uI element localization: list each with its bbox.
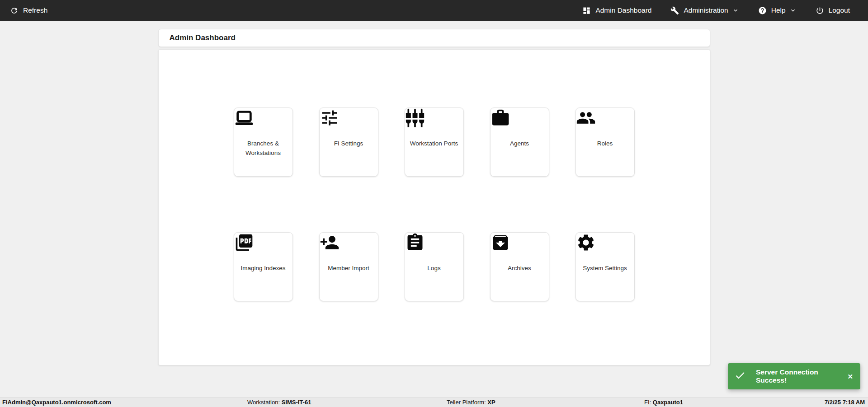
status-teller-platform: Teller Platform: XP — [447, 398, 495, 407]
check-icon — [733, 370, 747, 383]
person-add-icon — [320, 233, 378, 253]
tile-agents[interactable]: Agents — [490, 108, 549, 177]
status-datetime: 7/2/25 7:18 AM — [825, 398, 865, 407]
toast-close-button[interactable]: ✕ — [847, 373, 853, 380]
tile-branches-workstations[interactable]: Branches & Workstations — [234, 108, 293, 177]
tile-workstation-ports[interactable]: Workstation Ports — [405, 108, 464, 177]
people-icon — [576, 108, 634, 128]
tile-member-import[interactable]: Member Import — [319, 232, 378, 301]
top-nav: Admin Dashboard Administration Help — [582, 6, 850, 15]
dashboard-card: Branches & Workstations FI Settings Work… — [158, 49, 710, 365]
nav-item-admin-dashboard[interactable]: Admin Dashboard — [582, 6, 651, 15]
tile-label: Imaging Indexes — [234, 263, 292, 273]
status-fi-label: FI: — [644, 399, 651, 406]
power-icon — [816, 6, 824, 15]
page-title: Admin Dashboard — [170, 33, 236, 42]
tile-imaging-indexes[interactable]: Imaging Indexes — [234, 232, 293, 301]
chevron-down-icon — [789, 7, 797, 14]
toast-success: Server Connection Success! ✕ — [728, 363, 860, 389]
help-icon — [758, 6, 767, 15]
status-teller-platform-label: Teller Platform: — [447, 399, 486, 406]
tile-label: Roles — [576, 139, 634, 148]
tile-fi-settings[interactable]: FI Settings — [319, 108, 378, 177]
status-workstation-value: SIMS-IT-61 — [282, 399, 311, 406]
gear-icon — [576, 233, 634, 253]
tile-label: Agents — [491, 139, 549, 148]
tile-label: Branches & Workstations — [234, 139, 292, 158]
tile-archives[interactable]: Archives — [490, 232, 549, 301]
nav-label: Help — [771, 6, 786, 14]
tune-icon — [320, 108, 378, 128]
tile-label: Archives — [491, 263, 549, 273]
status-fi: FI: Qaxpauto1 — [644, 398, 683, 407]
clipboard-icon — [405, 233, 463, 253]
pdf-icon — [234, 233, 292, 253]
refresh-button[interactable]: Refresh — [10, 6, 47, 15]
tile-label: FI Settings — [320, 139, 378, 148]
top-bar: Refresh Admin Dashboard Administration H… — [0, 0, 868, 21]
tile-label: Member Import — [320, 263, 378, 273]
wrench-icon — [670, 6, 679, 15]
toast-message: Server Connection Success! — [756, 368, 847, 384]
nav-label: Logout — [829, 6, 850, 14]
status-workstation-label: Workstation: — [247, 399, 280, 406]
tile-roles[interactable]: Roles — [576, 108, 635, 177]
status-teller-platform-value: XP — [487, 399, 495, 406]
tile-label: Workstation Ports — [405, 139, 463, 148]
briefcase-icon — [491, 108, 549, 128]
refresh-label: Refresh — [23, 6, 47, 14]
laptop-icon — [234, 108, 292, 128]
nav-item-help[interactable]: Help — [758, 6, 797, 15]
status-bar: FiAdmin@Qaxpauto1.onmicrosoft.com Workst… — [0, 397, 868, 407]
tile-label: Logs — [405, 263, 463, 273]
chevron-down-icon — [732, 7, 739, 14]
dashboard-icon — [582, 6, 591, 15]
status-workstation: Workstation: SIMS-IT-61 — [247, 398, 311, 407]
nav-item-logout[interactable]: Logout — [816, 6, 850, 15]
main-content: Admin Dashboard Branches & Workstations … — [158, 29, 710, 365]
page-title-card: Admin Dashboard — [158, 29, 710, 47]
nav-label: Admin Dashboard — [595, 6, 651, 14]
status-fi-value: Qaxpauto1 — [653, 399, 683, 406]
archive-icon — [491, 233, 549, 253]
tile-logs[interactable]: Logs — [405, 232, 464, 301]
input-component-icon — [405, 108, 463, 128]
tile-system-settings[interactable]: System Settings — [576, 232, 635, 301]
tile-grid: Branches & Workstations FI Settings Work… — [159, 50, 710, 301]
refresh-icon — [10, 6, 19, 15]
nav-label: Administration — [684, 6, 728, 14]
nav-item-administration[interactable]: Administration — [670, 6, 739, 15]
status-user-email: FiAdmin@Qaxpauto1.onmicrosoft.com — [2, 398, 111, 407]
tile-label: System Settings — [576, 263, 634, 273]
